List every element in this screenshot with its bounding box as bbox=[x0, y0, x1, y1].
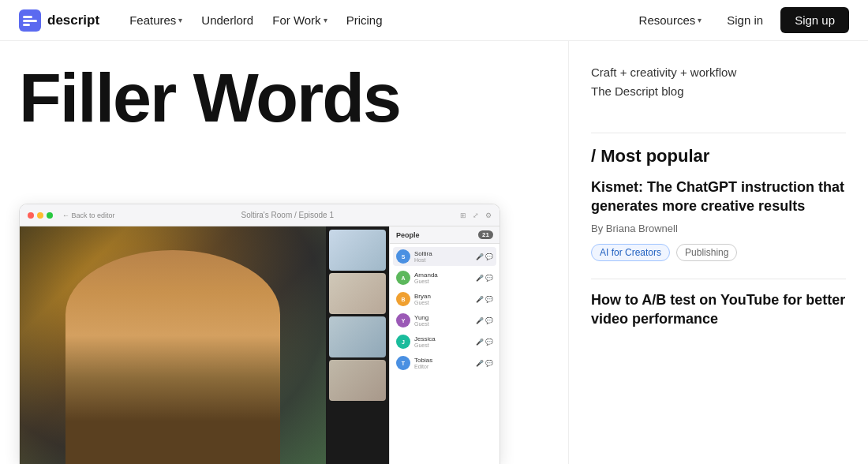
app-screenshot: ← Back to editor Soltira's Room / Episod… bbox=[19, 204, 500, 464]
nav-features[interactable]: Features ▾ bbox=[122, 9, 190, 32]
nav-resources[interactable]: Resources ▾ bbox=[631, 9, 710, 32]
person-actions: 🎤 💬 bbox=[476, 296, 493, 303]
person-role: Host bbox=[414, 257, 472, 263]
thumbnail-3[interactable] bbox=[329, 316, 386, 357]
people-count-badge: 21 bbox=[478, 230, 493, 239]
person-role: Guest bbox=[414, 300, 472, 305]
person-role: Editor bbox=[414, 364, 472, 369]
screenshot-inner: ← Back to editor Soltira's Room / Episod… bbox=[20, 204, 499, 464]
resources-chevron-icon: ▾ bbox=[698, 16, 702, 24]
avatar: S bbox=[396, 249, 410, 264]
back-to-editor[interactable]: ← Back to editor bbox=[62, 211, 115, 219]
nav-for-work[interactable]: For Work ▾ bbox=[264, 9, 335, 32]
person-name: Amanda bbox=[414, 271, 472, 279]
woman-video-feed bbox=[20, 226, 326, 464]
right-panel: Craft + creativity + workflow The Descri… bbox=[568, 41, 868, 464]
person-row: T Tobias Editor 🎤 💬 bbox=[393, 354, 496, 372]
topbar-title: Soltira's Room / Episode 1 bbox=[120, 211, 455, 219]
article2-title[interactable]: How to A/B test on YouTube for better vi… bbox=[591, 290, 846, 329]
person-row: A Amanda Guest 🎤 💬 bbox=[393, 268, 496, 287]
topbar-actions: ⊞ ⤢ ⚙ bbox=[460, 211, 492, 219]
svg-rect-2 bbox=[23, 20, 37, 22]
nav-pricing[interactable]: Pricing bbox=[339, 9, 391, 32]
thumbnail-4[interactable] bbox=[329, 360, 386, 401]
for-work-chevron-icon: ▾ bbox=[324, 16, 327, 24]
article1-title[interactable]: Kismet: The ChatGPT instruction that gen… bbox=[591, 178, 846, 216]
tag-publishing[interactable]: Publishing bbox=[676, 244, 737, 261]
person-silhouette bbox=[65, 250, 280, 464]
left-panel: Filler Words ← Back to editor Soltira's … bbox=[0, 41, 568, 464]
header: descript Features ▾ Underlord For Work ▾… bbox=[0, 0, 868, 41]
article1-author: By Briana Brownell bbox=[591, 223, 846, 234]
person-row: Y Yung Guest 🎤 💬 bbox=[393, 311, 496, 330]
signup-button[interactable]: Sign up bbox=[780, 7, 849, 33]
people-list: S Soltira Host 🎤 💬 A Amanda bbox=[390, 244, 499, 376]
person-actions: 🎤 💬 bbox=[476, 275, 493, 282]
minimize-window-dot bbox=[37, 212, 43, 219]
video-area bbox=[20, 226, 326, 464]
people-panel-header: People 21 bbox=[390, 226, 499, 244]
person-name: Tobias bbox=[414, 357, 472, 364]
person-actions: 🎤 💬 bbox=[476, 253, 493, 260]
app-topbar: ← Back to editor Soltira's Room / Episod… bbox=[20, 204, 499, 226]
person-actions: 🎤 💬 bbox=[476, 339, 493, 346]
nav-underlord[interactable]: Underlord bbox=[193, 9, 261, 32]
header-left: descript Features ▾ Underlord For Work ▾… bbox=[19, 9, 390, 32]
main-video bbox=[20, 226, 326, 464]
person-name: Bryan bbox=[414, 293, 472, 300]
svg-rect-3 bbox=[23, 24, 30, 26]
thumbnail-strip bbox=[326, 226, 389, 464]
svg-rect-1 bbox=[23, 16, 32, 18]
main-nav: Features ▾ Underlord For Work ▾ Pricing bbox=[122, 9, 390, 32]
person-role: Guest bbox=[414, 342, 472, 348]
person-row: B Bryan Guest 🎤 💬 bbox=[393, 290, 496, 309]
person-name: Jessica bbox=[414, 335, 472, 342]
app-content-area: People 21 S Soltira Host 🎤 bbox=[20, 226, 499, 464]
person-name: Yung bbox=[414, 314, 472, 321]
person-role: Guest bbox=[414, 279, 472, 284]
features-chevron-icon: ▾ bbox=[178, 16, 182, 24]
person-actions: 🎤 💬 bbox=[476, 360, 493, 367]
logo-text: descript bbox=[47, 13, 99, 28]
window-controls bbox=[28, 212, 53, 219]
descript-logo-icon bbox=[19, 9, 41, 32]
article1-tags: AI for Creators Publishing bbox=[591, 244, 846, 261]
main-content: Filler Words ← Back to editor Soltira's … bbox=[0, 41, 868, 464]
thumbnail-2[interactable] bbox=[329, 273, 386, 314]
header-right: Resources ▾ Sign in Sign up bbox=[631, 7, 849, 33]
hero-title: Filler Words bbox=[19, 63, 568, 133]
avatar: T bbox=[396, 356, 410, 370]
avatar: A bbox=[396, 271, 410, 285]
person-name: Soltira bbox=[414, 250, 472, 257]
divider-2 bbox=[591, 279, 846, 279]
logo[interactable]: descript bbox=[19, 9, 99, 32]
close-window-dot bbox=[28, 212, 34, 219]
maximize-window-dot bbox=[47, 212, 53, 219]
avatar: J bbox=[396, 335, 410, 349]
signin-button[interactable]: Sign in bbox=[719, 9, 771, 32]
tag-ai-for-creators[interactable]: AI for Creators bbox=[591, 244, 670, 261]
person-row: J Jessica Guest 🎤 💬 bbox=[393, 332, 496, 351]
person-actions: 🎤 💬 bbox=[476, 317, 493, 324]
avatar: B bbox=[396, 292, 410, 306]
person-role: Guest bbox=[414, 321, 472, 327]
thumbnail-1[interactable] bbox=[329, 230, 386, 271]
avatar: Y bbox=[396, 313, 410, 327]
blog-tagline: Craft + creativity + workflow The Descri… bbox=[591, 63, 846, 101]
divider-1 bbox=[591, 133, 846, 133]
people-panel: People 21 S Soltira Host 🎤 bbox=[389, 226, 499, 464]
person-row: S Soltira Host 🎤 💬 bbox=[393, 247, 496, 266]
section-label: / Most popular bbox=[591, 146, 846, 167]
